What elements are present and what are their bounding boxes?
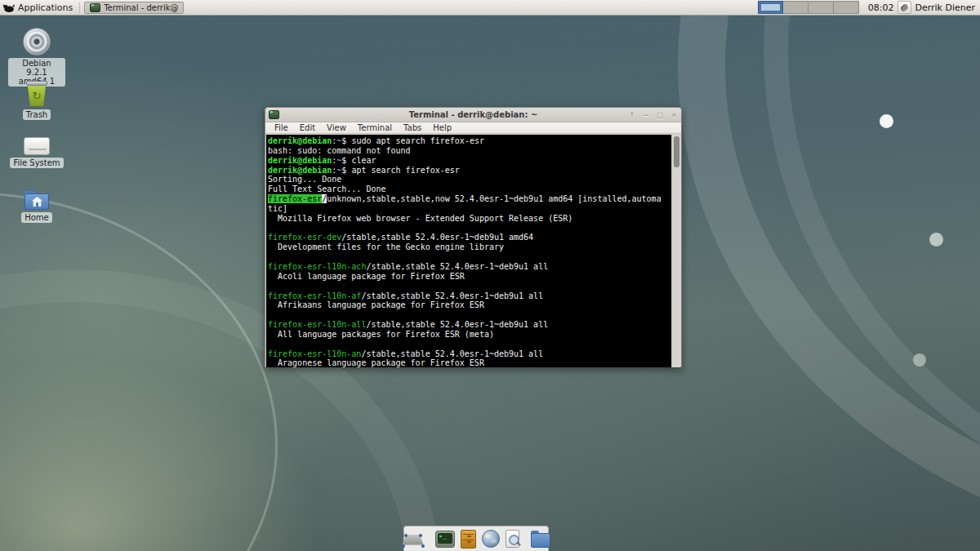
terminal-line: firefox-esr-l10n-af/stable,stable 52.4.0…: [268, 291, 672, 301]
search-document-icon: [506, 530, 519, 548]
applications-label: Applications: [18, 2, 73, 13]
menubar: File Edit View Terminal Tabs Help: [265, 122, 681, 134]
panel-separator: [79, 2, 80, 13]
dock-item-folder[interactable]: [531, 531, 550, 548]
terminal-line: [268, 224, 672, 233]
user-photo-icon[interactable]: [898, 1, 911, 14]
dock-item-show-desktop[interactable]: [403, 531, 424, 547]
hard-drive-icon: [24, 137, 50, 155]
desktop-icon-label: File System: [10, 158, 63, 168]
menu-item-view[interactable]: View: [321, 123, 352, 132]
show-desktop-icon: [403, 535, 424, 547]
terminal-line: Sorting... Done: [268, 175, 672, 184]
desktop: { "colors": { "prompt-green": "#3fe23f",…: [0, 0, 980, 551]
user-name[interactable]: Derrik Diener: [915, 2, 975, 13]
shade-button[interactable]: ↑: [628, 109, 636, 122]
terminal-line: firefox-esr-l10n-ach/stable,stable 52.4.…: [268, 262, 672, 272]
terminal-line: derrik@debian:~$ apt search firefox-esr: [268, 166, 672, 176]
terminal-line: firefox-esr-l10n-all/stable,stable 52.4.…: [268, 320, 672, 330]
terminal-line: tic]: [268, 204, 672, 214]
desktop-icon-file-system[interactable]: File System: [2, 134, 71, 168]
workspace-2[interactable]: [783, 1, 808, 14]
xfce-mouse-icon: [2, 2, 15, 13]
cd-disc-icon: [23, 28, 51, 56]
terminal-line: Mozilla Firefox web browser - Extended S…: [268, 214, 672, 224]
desktop-icon-label: Trash: [23, 109, 51, 120]
dock-item-search[interactable]: [506, 530, 519, 548]
wallpaper-circle: [880, 114, 893, 128]
desktop-icon-label: Home: [21, 212, 52, 223]
terminal-line: firefox-esr-dev/stable,stable 52.4.0esr-…: [268, 233, 672, 242]
terminal-line: bash: sudo: command not found: [268, 146, 672, 156]
taskbar-window-label: Terminal - derrik@debia...: [104, 3, 178, 12]
menu-item-edit[interactable]: Edit: [294, 123, 321, 132]
dock-item-terminal[interactable]: [435, 531, 455, 548]
terminal-line: Acoli language package for Firefox ESR: [268, 272, 672, 282]
workspace-4[interactable]: [834, 1, 859, 14]
minimize-button[interactable]: −: [642, 109, 650, 122]
terminal-scrollbar[interactable]: [671, 135, 680, 367]
applications-menu-button[interactable]: Applications: [0, 0, 78, 15]
terminal-line: [268, 282, 672, 291]
wallpaper-swirl: [764, 0, 980, 551]
globe-icon: [482, 530, 500, 548]
taskbar-window-button[interactable]: Terminal - derrik@debia...: [84, 2, 184, 14]
dock: [403, 526, 549, 551]
clock[interactable]: 08:02: [868, 2, 894, 13]
terminal-line: derrik@debian:~$ sudo apt search firefox…: [268, 136, 672, 146]
terminal-line: derrik@debian:~$ clear: [268, 156, 672, 166]
menu-item-help[interactable]: Help: [427, 123, 457, 132]
window-titlebar[interactable]: Terminal - derrik@debian: ~ ↑ − □ ×: [265, 108, 681, 122]
top-panel: Applications Terminal - derrik@debia... …: [0, 0, 980, 16]
menu-item-file[interactable]: File: [269, 123, 294, 132]
terminal-line: All language packages for Firefox ESR (m…: [268, 330, 672, 340]
dock-item-web-browser[interactable]: [482, 530, 500, 548]
terminal-line: Aragonese language package for Firefox E…: [268, 358, 672, 367]
wallpaper-circle: [929, 233, 943, 247]
menu-item-terminal[interactable]: Terminal: [352, 123, 398, 132]
scrollbar-thumb[interactable]: [674, 136, 679, 167]
workspace-switcher: [758, 1, 859, 14]
wallpaper-circle: [913, 353, 926, 367]
terminal-line: [268, 252, 672, 262]
terminal-line: Full Text Search... Done: [268, 184, 672, 194]
terminal-window: Terminal - derrik@debian: ~ ↑ − □ × File…: [265, 107, 682, 367]
desktop-icon-home[interactable]: Home: [2, 189, 71, 223]
window-title: Terminal - derrik@debian: ~: [265, 110, 681, 119]
terminal-line: Development files for the Gecko engine l…: [268, 242, 672, 252]
file-cabinet-icon: [461, 530, 476, 549]
workspace-1[interactable]: [758, 1, 783, 14]
close-button[interactable]: ×: [670, 109, 678, 122]
terminal-line: Afrikaans language package for Firefox E…: [268, 300, 672, 310]
folder-icon: [531, 533, 550, 548]
desktop-icon-trash[interactable]: ↻ Trash: [2, 81, 71, 120]
terminal-icon: [90, 3, 100, 12]
terminal-screen[interactable]: derrik@debian:~$ sudo apt search firefox…: [266, 135, 672, 367]
maximize-button[interactable]: □: [656, 109, 664, 122]
terminal-line: firefox-esr-l10n-an/stable,stable 52.4.0…: [268, 349, 672, 359]
wallpaper-swirl: [0, 192, 278, 551]
desktop-icon-debian-cd[interactable]: Debian 9.2.1 amd64 1: [2, 28, 71, 87]
terminal-app-icon: [435, 531, 455, 548]
trash-icon: ↻: [24, 81, 49, 107]
window-controls: ↑ − □ ×: [628, 109, 678, 122]
terminal-line: firefox-esr/unknown,stable,stable,now 52…: [268, 194, 672, 204]
home-folder-icon: [24, 191, 49, 210]
terminal-line: [268, 310, 672, 320]
menu-item-tabs[interactable]: Tabs: [398, 123, 427, 132]
dock-item-file-manager[interactable]: [461, 530, 476, 549]
terminal-line: [268, 340, 672, 349]
workspace-3[interactable]: [808, 1, 834, 14]
wallpaper-swirl: [678, 0, 980, 551]
